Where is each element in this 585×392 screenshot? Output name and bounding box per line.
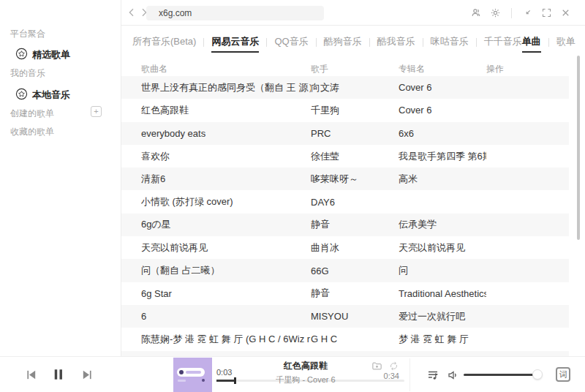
artist-cell: 哆莱咪呀～ <box>311 173 399 186</box>
table-row[interactable]: 6g Star 静音 Traditional Aesthetics <box>121 282 569 305</box>
album-art-dot <box>202 379 205 382</box>
table-row[interactable]: 6gの星 静音 伝承美学 <box>121 214 569 236</box>
artist-cell: 66G <box>311 265 399 276</box>
artist-cell: PRC <box>311 128 399 139</box>
previous-track-icon[interactable] <box>25 369 37 381</box>
album-cell: 6x6 <box>399 128 486 139</box>
tab-netease-music[interactable]: 网易云音乐 <box>211 35 259 53</box>
now-playing: 红色高跟鞋 千里狗 - Cover 6 <box>233 360 379 385</box>
account-icon[interactable] <box>471 7 482 18</box>
pause-icon[interactable] <box>52 366 65 382</box>
song-name-cell: 陈慧娴-梦 港 霓 虹 舞 厅 (G H C / 6Wiz r <box>141 333 311 346</box>
tab-migu-music[interactable]: 咪咕音乐 <box>431 35 469 53</box>
fullscreen-icon[interactable] <box>541 7 552 18</box>
tab-kugou-music[interactable]: 酷狗音乐 <box>324 35 362 53</box>
topbar-divider <box>511 8 512 18</box>
song-name-cell: 问（翻自 占二曦） <box>141 264 311 277</box>
column-header-album: 专辑名 <box>399 63 486 75</box>
add-playlist-button[interactable]: + <box>91 106 102 117</box>
star-circle-icon <box>15 48 28 60</box>
column-header-song: 歌曲名 <box>141 63 311 75</box>
close-icon[interactable] <box>560 7 571 18</box>
next-track-icon[interactable] <box>81 369 94 381</box>
sidebar-item-favorite-playlists[interactable]: 收藏的歌单 <box>10 126 54 138</box>
tab-qianqian-music[interactable]: 千千音乐 <box>484 35 522 53</box>
sidebar-section-platform: 平台聚合 <box>10 28 45 40</box>
tab-kuwo-music[interactable]: 酷我音乐 <box>377 35 415 53</box>
total-time: 0:34 <box>371 372 399 380</box>
song-name-cell: 喜欢你 <box>141 150 311 163</box>
top-bar: x6g.com <box>121 0 585 26</box>
sidebar-section-my-music: 我的音乐 <box>10 67 45 80</box>
tab-qq-music[interactable]: QQ音乐 <box>274 35 308 53</box>
album-cell: 伝承美学 <box>399 218 486 231</box>
player-bar: 0:03 红色高跟鞋 千里狗 - Cover 6 0:34 词 <box>0 356 585 392</box>
album-art-bar <box>186 371 201 374</box>
tab-separator <box>476 38 477 47</box>
song-name-cell: 6 <box>141 311 311 322</box>
volume-icon[interactable] <box>447 369 460 382</box>
album-art-pill <box>177 368 205 377</box>
source-tabs: 所有音乐(Beta) 网易云音乐 QQ音乐 酷狗音乐 酷我音乐 咪咕音乐 千千音… <box>121 26 585 61</box>
table-row[interactable]: 红色高跟鞋 千里狗 Cover 6 <box>121 99 569 121</box>
back-button[interactable] <box>126 7 137 18</box>
album-cell: 我是歌手第四季 第6期 <box>399 150 486 163</box>
artist-cell: 徐佳莹 <box>311 150 399 163</box>
artist-cell: 静音 <box>311 218 399 231</box>
sidebar-item-featured-playlists[interactable]: 精选歌单 <box>0 47 121 63</box>
column-header-action: 操作 <box>486 63 569 75</box>
player-divider <box>410 358 410 391</box>
table-row[interactable]: 清新6 哆莱咪呀～ 高米 <box>121 167 569 190</box>
song-name-cell: 6g Star <box>141 288 311 299</box>
settings-gear-icon[interactable] <box>490 7 501 18</box>
album-art[interactable] <box>173 358 212 392</box>
lyrics-toggle-button[interactable]: 词 <box>556 367 570 382</box>
sidebar-item-created-playlists[interactable]: 创建的歌单 <box>10 108 54 120</box>
album-cell: Cover 6 <box>399 105 486 116</box>
table-row[interactable]: 陈慧娴-梦 港 霓 虹 舞 厅 (G H C / 6Wiz r G H C 梦 … <box>121 328 569 350</box>
song-name-cell: everybody eats <box>141 128 311 139</box>
sidebar-item-local-music[interactable]: 本地音乐 <box>0 87 121 103</box>
now-playing-artist: 千里狗 - Cover 6 <box>233 374 379 385</box>
album-art-dash <box>178 380 186 382</box>
song-table: 世界上没有真正的感同身受（翻自 王 源） 向文涛 Cover 6 红色高跟鞋 千… <box>121 76 569 351</box>
song-name-cell: 6gの星 <box>141 218 311 231</box>
tab-singles[interactable]: 单曲 <box>522 35 541 53</box>
artist-cell: 向文涛 <box>311 81 399 94</box>
tab-all-music[interactable]: 所有音乐(Beta) <box>132 35 196 53</box>
table-row[interactable]: everybody eats PRC 6x6 <box>121 122 569 145</box>
table-row[interactable]: 天亮以前说再见 曲肖冰 天亮以前说再见 <box>121 236 569 259</box>
song-name-cell: 清新6 <box>141 173 311 186</box>
song-name-cell: 世界上没有真正的感同身受（翻自 王 源） <box>141 81 311 94</box>
song-name-cell: 天亮以前说再见 <box>141 241 311 255</box>
table-row[interactable]: 小情歌 (苏打绿 cover) DAY6 <box>121 190 569 213</box>
table-row[interactable]: 喜欢你 徐佳莹 我是歌手第四季 第6期 <box>121 145 569 167</box>
column-header-artist: 歌手 <box>311 63 399 75</box>
mini-mode-icon[interactable] <box>522 7 533 18</box>
partial-table-row <box>121 351 569 356</box>
tab-separator <box>203 38 204 47</box>
result-type-tabs: 单曲 歌单 <box>522 35 575 53</box>
table-row[interactable]: 世界上没有真正的感同身受（翻自 王 源） 向文涛 Cover 6 <box>121 76 569 99</box>
table-row[interactable]: 6 MISYOU 爱过一次就行吧 <box>121 305 569 328</box>
play-queue-icon[interactable] <box>426 369 439 382</box>
table-header: 歌曲名 歌手 专辑名 操作 <box>121 61 569 76</box>
album-cell: 梦 港 霓 虹 舞 厅 <box>399 333 486 346</box>
tab-playlists[interactable]: 歌单 <box>556 35 575 53</box>
tab-separator <box>548 38 549 47</box>
song-name-cell: 小情歌 (苏打绿 cover) <box>141 195 311 208</box>
volume-slider[interactable] <box>464 374 540 376</box>
artist-cell: DAY6 <box>311 197 399 208</box>
scrollbar[interactable] <box>577 56 580 240</box>
window-controls <box>471 7 571 18</box>
table-row[interactable]: 问（翻自 占二曦） 66G 问 <box>121 259 569 282</box>
add-to-folder-icon[interactable] <box>371 361 382 372</box>
volume-knob[interactable] <box>532 369 543 380</box>
now-playing-actions <box>371 361 399 372</box>
sidebar: 平台聚合 精选歌单 我的音乐 本地音乐 创建的歌单 + 收藏的歌单 <box>0 0 121 356</box>
tab-separator <box>316 38 317 47</box>
artist-cell: 曲肖冰 <box>311 241 399 255</box>
url-bar[interactable]: x6g.com <box>146 6 324 20</box>
loop-mode-icon[interactable] <box>388 361 399 372</box>
sidebar-item-label: 本地音乐 <box>32 88 70 102</box>
